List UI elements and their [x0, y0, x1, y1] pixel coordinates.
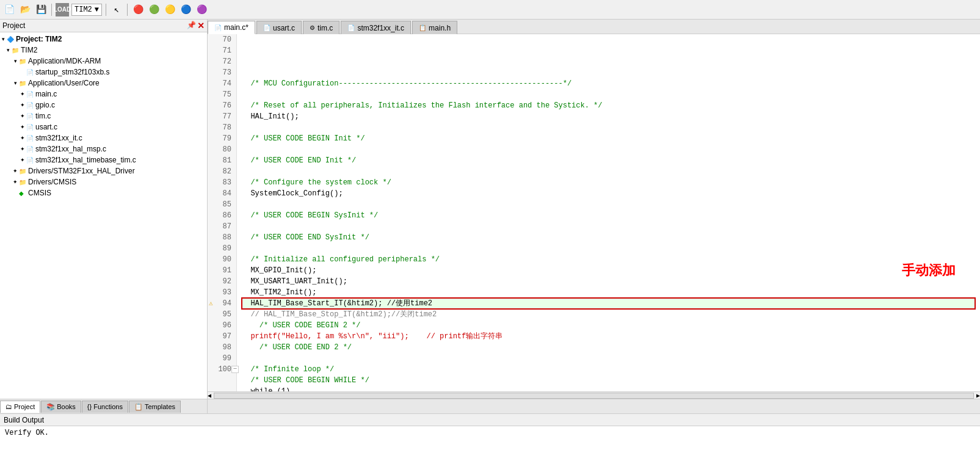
tab-functions[interactable]: {} Functions — [82, 401, 128, 413]
tree-item-11[interactable]: ✦📄stm32f1xx_hal_timebase_tim.c — [0, 154, 207, 165]
tree-icon-3: 📄 — [26, 69, 34, 76]
tree-icon-4: 📁 — [19, 80, 26, 87]
tree-item-0[interactable]: ▾🔷Project: TIM2 — [0, 34, 207, 45]
code-line-95: /* USER CODE END 2 */ — [242, 342, 975, 353]
editor-nav-spacer — [208, 399, 980, 413]
tab-templates[interactable]: 📋 Templates — [129, 401, 181, 413]
tab-icon-main_c: 📄 — [214, 24, 222, 31]
line-num-98: 98 — [208, 342, 234, 353]
tree-expand-1: ▾ — [5, 47, 11, 53]
toolbar-icon-new[interactable]: 📄 — [2, 3, 16, 16]
tree-expand-6: ✦ — [20, 102, 26, 108]
tree-expand-11: ✦ — [20, 157, 26, 163]
tab-project[interactable]: 🗂 Project — [0, 401, 40, 413]
line-num-99: 99 — [208, 353, 234, 364]
code-text-73: /* Reset of all peripherals, Initializes… — [242, 100, 603, 111]
code-line-72 — [242, 89, 975, 100]
tab-stm32f1xx_it_c[interactable]: 📄stm32f1xx_it.c — [341, 21, 411, 34]
code-text-71: /* MCU Configuration--------------------… — [242, 78, 572, 89]
tree-label-9: stm32f1xx_it.c — [35, 134, 82, 142]
tab-books[interactable]: 📚 Books — [41, 401, 81, 413]
scroll-left-icon[interactable]: ◀ — [208, 392, 211, 399]
toolbar-icon-load[interactable]: LOAD — [56, 3, 69, 16]
line-num-74: 74 — [208, 78, 234, 89]
code-text-80: /* Configure the system clock */ — [242, 177, 391, 188]
toolbar-icon-cursor[interactable]: ↖ — [110, 3, 123, 16]
tree-item-9[interactable]: ✦📄stm32f1xx_it.c — [0, 133, 207, 143]
code-line-74: HAL_Init(); — [242, 111, 975, 122]
toolbar-icon-open[interactable]: 📂 — [18, 3, 32, 16]
tree-icon-13: 📁 — [19, 179, 26, 186]
line-num-73: 73 — [208, 67, 234, 78]
tree-item-5[interactable]: ✦📄main.c — [0, 89, 207, 100]
line-num-83: 83 — [208, 177, 234, 188]
line-num-87: 87 — [208, 221, 234, 232]
code-line-92: // HAL_TIM_Base_Stop_IT(&htim2);//关闭time… — [242, 309, 975, 320]
tree-item-6[interactable]: ✦📄gpio.c — [0, 100, 207, 111]
panel-close-icon[interactable]: ✕ — [197, 21, 205, 31]
tab-main_h[interactable]: 📋main.h — [412, 21, 457, 34]
tree-label-2: Application/MDK-ARM — [28, 57, 101, 65]
tree-label-10: stm32f1xx_hal_msp.c — [35, 145, 106, 153]
project-tab-label: Project — [14, 403, 35, 410]
code-content[interactable]: /* MCU Configuration--------------------… — [237, 34, 980, 391]
build-output-title: Build Output — [4, 416, 44, 424]
tree-expand-10: ✦ — [20, 146, 26, 152]
tree-label-8: usart.c — [35, 123, 57, 131]
tab-tim_c[interactable]: ⚙tim.c — [303, 21, 339, 34]
code-text-94: printf("Hello, I am %s\r\n", "iii"); // … — [242, 331, 503, 342]
code-text-93: /* USER CODE BEGIN 2 */ — [242, 320, 360, 331]
tree-icon-14: ◆ — [19, 190, 26, 197]
tree-icon-0: 🔷 — [7, 36, 14, 43]
toolbar-icon-build1[interactable]: 🔴 — [131, 3, 145, 16]
code-line-91: HAL_TIM_Base_Start_IT(&htim2); //使用time2 — [242, 298, 975, 309]
tree-item-3[interactable]: 📄startup_stm32f103xb.s — [0, 67, 207, 78]
line-num-78: 78 — [208, 122, 234, 133]
toolbar-icon-build2[interactable]: 🟢 — [147, 3, 161, 16]
tab-icon-tim_c: ⚙ — [310, 24, 315, 31]
line-num-79: 79 — [208, 133, 234, 144]
tree-item-14[interactable]: ◆CMSIS — [0, 187, 207, 198]
code-line-82 — [242, 199, 975, 210]
line-num-100: 100 — [208, 364, 234, 375]
panel-pin-icon[interactable]: 📌 — [187, 21, 196, 31]
toolbar-icon-build3[interactable]: 🟡 — [163, 3, 176, 16]
tree-expand-9: ✦ — [20, 135, 26, 141]
tree-expand-8: ✦ — [20, 124, 26, 130]
tab-usart_c[interactable]: 📄usart.c — [256, 21, 302, 34]
project-nav-tabs: 🗂 Project 📚 Books {} Functions 📋 Templat… — [0, 399, 208, 413]
tree-item-13[interactable]: ✦📁Drivers/CMSIS — [0, 176, 207, 187]
tree-item-12[interactable]: ✦📁Drivers/STM32F1xx_HAL_Driver — [0, 165, 207, 176]
code-line-71: /* MCU Configuration--------------------… — [242, 78, 975, 89]
scroll-right-icon[interactable]: ▶ — [976, 392, 980, 399]
tree-item-2[interactable]: ▾📁Application/MDK-ARM — [0, 56, 207, 67]
build-output-text: Verify OK. — [5, 429, 49, 437]
code-line-89: MX_USART1_UART_Init(); — [242, 276, 975, 287]
tab-main_c[interactable]: 📄main.c* — [208, 21, 255, 34]
line-numbers: 7071727374757677787980818283848586878889… — [208, 34, 237, 391]
code-view[interactable]: 7071727374757677787980818283848586878889… — [208, 34, 980, 391]
code-text-74: HAL_Init(); — [242, 111, 299, 122]
toolbar-sep-3 — [127, 4, 128, 16]
tree-item-7[interactable]: ✦📄tim.c — [0, 111, 207, 122]
code-text-87: /* Initialize all configured peripherals… — [242, 254, 440, 265]
tree-item-8[interactable]: ✦📄usart.c — [0, 122, 207, 133]
tree-item-1[interactable]: ▾📁TIM2 — [0, 45, 207, 56]
tab-icon-stm32f1xx_it_c: 📄 — [347, 24, 355, 31]
scrollbar-track[interactable] — [214, 393, 974, 399]
toolbar-icon-build4[interactable]: 🔵 — [179, 3, 192, 16]
toolbar-icon-build5[interactable]: 🟣 — [195, 3, 208, 16]
project-dropdown[interactable]: TIM2 ▼ — [71, 4, 102, 16]
tree-item-10[interactable]: ✦📄stm32f1xx_hal_msp.c — [0, 143, 207, 154]
code-line-93: /* USER CODE BEGIN 2 */ — [242, 320, 975, 331]
templates-tab-icon: 📋 — [134, 403, 143, 411]
code-line-78: /* USER CODE END Init */ — [242, 155, 975, 166]
code-line-80: /* Configure the system clock */ — [242, 177, 975, 188]
code-line-83: /* USER CODE BEGIN SysInit */ — [242, 210, 975, 221]
line-num-70: 70 — [208, 34, 234, 45]
books-tab-icon: 📚 — [46, 403, 55, 411]
tree-item-4[interactable]: ▾📁Application/User/Core — [0, 78, 207, 89]
editor-horizontal-scrollbar[interactable]: ◀ ▶ — [208, 391, 980, 399]
toolbar-icon-save[interactable]: 💾 — [34, 3, 48, 16]
line-num-85: 85 — [208, 199, 234, 210]
